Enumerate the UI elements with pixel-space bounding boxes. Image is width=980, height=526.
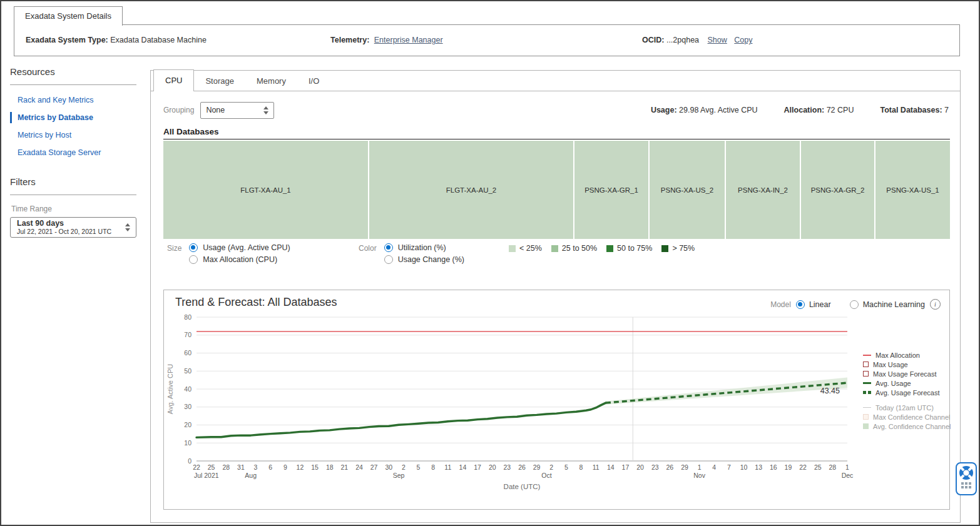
allocation-stat-value: 72 CPU xyxy=(827,106,854,114)
svg-text:25: 25 xyxy=(208,463,215,471)
svg-text:43.45: 43.45 xyxy=(820,387,840,395)
info-icon[interactable]: i xyxy=(930,299,941,310)
svg-text:3: 3 xyxy=(254,463,258,471)
sidebar-item-metrics-by-host[interactable]: Metrics by Host xyxy=(10,126,136,144)
svg-text:20: 20 xyxy=(184,421,191,428)
page-tab-exadata-system-details[interactable]: Exadata System Details xyxy=(14,6,123,26)
radio-icon[interactable] xyxy=(384,255,393,264)
telemetry-link[interactable]: Enterprise Manager xyxy=(374,36,443,44)
drag-dots-icon[interactable] xyxy=(961,482,971,488)
size-label: Size xyxy=(167,243,181,264)
svg-text:13: 13 xyxy=(755,463,762,471)
trend-title: Trend & Forecast: All Databases xyxy=(175,296,337,309)
svg-text:60: 60 xyxy=(184,349,191,357)
svg-text:23: 23 xyxy=(651,463,659,471)
sidebar-item-rack-and-key-metrics[interactable]: Rack and Key Metrics xyxy=(10,91,136,109)
svg-text:19: 19 xyxy=(785,463,792,471)
svg-text:31: 31 xyxy=(237,463,245,471)
help-widget[interactable] xyxy=(956,462,977,495)
legend-swatch xyxy=(606,245,613,252)
ocid-copy-link[interactable]: Copy xyxy=(734,36,752,44)
green-dashes-icon xyxy=(863,391,871,394)
treemap-box[interactable]: FLGT-XA-AU_2 xyxy=(369,141,573,239)
svg-text:27: 27 xyxy=(370,463,378,471)
svg-text:1: 1 xyxy=(845,463,849,471)
trend-forecast-panel: Trend & Forecast: All Databases Model Li… xyxy=(163,290,950,510)
system-type-value: Exadata Database Machine xyxy=(110,36,207,44)
treemap-box[interactable]: PSNG-XA-US_1 xyxy=(875,141,950,239)
svg-text:11: 11 xyxy=(593,463,600,471)
trend-chart: 0102030405060708043.45222528313691215182… xyxy=(164,314,859,497)
svg-text:22: 22 xyxy=(799,463,807,471)
svg-text:2: 2 xyxy=(549,463,553,471)
svg-text:20: 20 xyxy=(489,463,496,471)
svg-text:21: 21 xyxy=(341,463,349,471)
total-databases-stat: Total Databases: 7 xyxy=(880,106,949,114)
legend-max-allocation: Max Allocation xyxy=(863,350,951,360)
metrics-panel: CPU Storage Memory I/O Grouping None Usa… xyxy=(150,70,961,523)
color-option-usage-change[interactable]: Usage Change (%) xyxy=(384,255,464,264)
allocation-stat-label: Allocation: xyxy=(784,106,825,114)
model-option-linear-label: Linear xyxy=(809,300,831,309)
model-label: Model xyxy=(770,300,791,309)
model-option-machine-learning[interactable]: Machine Learning xyxy=(850,300,925,309)
treemap-box[interactable]: PSNG-XA-GR_1 xyxy=(574,141,648,239)
lifebuoy-icon xyxy=(959,465,974,480)
svg-text:25: 25 xyxy=(814,463,822,471)
metric-tabbar: CPU Storage Memory I/O xyxy=(151,71,960,91)
radio-icon[interactable] xyxy=(850,300,859,309)
legend-label: < 25% xyxy=(519,244,542,253)
svg-text:22: 22 xyxy=(193,463,200,471)
sidebar-item-metrics-by-database[interactable]: Metrics by Database xyxy=(10,109,136,126)
color-option-utilization-label: Utilization (%) xyxy=(398,243,446,252)
svg-text:17: 17 xyxy=(622,463,630,471)
system-info-bar: Exadata System Type: Exadata Database Ma… xyxy=(14,24,960,56)
svg-text:Avg. Active CPU: Avg. Active CPU xyxy=(166,364,174,415)
svg-text:28: 28 xyxy=(829,463,837,471)
treemap-box[interactable]: FLGT-XA-AU_1 xyxy=(163,141,368,239)
model-radio-group: Model Linear Machine Learning i xyxy=(770,299,941,310)
treemap-box[interactable]: PSNG-XA-IN_2 xyxy=(726,141,800,239)
radio-icon[interactable] xyxy=(796,300,805,309)
size-option-max-allocation-label: Max Allocation (CPU) xyxy=(203,255,277,264)
svg-text:0: 0 xyxy=(188,457,191,465)
svg-text:5: 5 xyxy=(417,463,421,471)
ocid-value: ...2pqhea xyxy=(666,36,699,44)
sidebar-item-exadata-storage-server[interactable]: Exadata Storage Server xyxy=(10,144,136,161)
svg-text:8: 8 xyxy=(579,463,583,471)
model-option-machine-learning-label: Machine Learning xyxy=(863,300,925,309)
time-range-value-wrap: Last 90 days Jul 22, 2021 - Oct 20, 2021… xyxy=(17,219,111,236)
radio-icon[interactable] xyxy=(189,255,198,264)
size-option-usage[interactable]: Usage (Avg. Active CPU) xyxy=(189,243,290,252)
svg-text:1: 1 xyxy=(698,463,702,471)
tab-storage[interactable]: Storage xyxy=(194,71,245,91)
svg-text:5: 5 xyxy=(564,463,568,471)
treemap-box[interactable]: PSNG-XA-US_2 xyxy=(650,141,725,239)
radio-icon[interactable] xyxy=(384,243,393,252)
tab-io[interactable]: I/O xyxy=(297,71,330,91)
ocid-show-link[interactable]: Show xyxy=(708,36,727,44)
trend-chart-legend: Max Allocation Max Usage Max Usage Forec… xyxy=(863,350,951,431)
svg-text:14: 14 xyxy=(607,463,615,471)
gray-line-icon xyxy=(863,407,871,408)
svg-text:Date (UTC): Date (UTC) xyxy=(504,483,541,490)
radio-icon[interactable] xyxy=(189,243,198,252)
size-option-max-allocation[interactable]: Max Allocation (CPU) xyxy=(189,255,290,264)
color-option-utilization[interactable]: Utilization (%) xyxy=(384,243,464,252)
treemap-box[interactable]: PSNG-XA-GR_2 xyxy=(801,141,874,239)
model-option-linear[interactable]: Linear xyxy=(796,300,831,309)
svg-text:26: 26 xyxy=(666,463,674,471)
svg-text:8: 8 xyxy=(431,463,435,471)
tab-cpu[interactable]: CPU xyxy=(153,69,194,91)
svg-text:80: 80 xyxy=(184,314,191,321)
legend-swatch xyxy=(551,245,558,252)
tab-memory[interactable]: Memory xyxy=(245,71,297,91)
time-range-select[interactable]: Last 90 days Jul 22, 2021 - Oct 20, 2021… xyxy=(10,217,136,238)
spinner-icon xyxy=(125,223,130,231)
grouping-select[interactable]: None xyxy=(200,102,274,119)
svg-text:29: 29 xyxy=(681,463,688,471)
treemap-controls: Size Usage (Avg. Active CPU) Max Allocat… xyxy=(163,243,950,271)
svg-text:24: 24 xyxy=(355,463,363,471)
svg-text:10: 10 xyxy=(740,463,748,471)
grouping-label: Grouping xyxy=(163,106,194,114)
